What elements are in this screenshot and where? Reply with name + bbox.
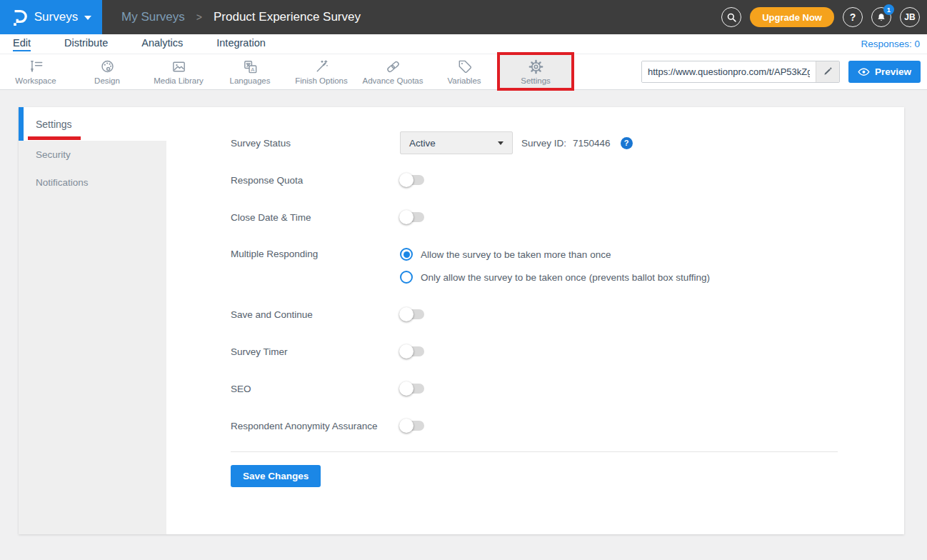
nav-items: Edit Distribute Analytics Integration — [13, 37, 266, 51]
toolbar-item-finish-options[interactable]: Finish Options — [286, 54, 357, 89]
survey-id-label: Survey ID: — [521, 138, 566, 149]
toolbar-item-languages[interactable]: A Languages — [214, 54, 286, 89]
multiple-responding-row: Multiple Responding Allow the survey to … — [231, 243, 838, 289]
breadcrumb-separator: > — [196, 11, 202, 23]
survey-id-help-icon[interactable]: ? — [621, 137, 633, 149]
page-title: Product Experience Survey — [214, 10, 361, 24]
avatar[interactable]: JB — [900, 7, 920, 27]
tab-integration[interactable]: Integration — [216, 37, 266, 51]
radio-unselected-icon — [400, 271, 413, 284]
main-area: Settings Security Notifications Survey S… — [0, 90, 927, 534]
radio-option-label: Allow the survey to be taken more than o… — [421, 249, 611, 260]
upgrade-now-button[interactable]: Upgrade Now — [750, 7, 834, 27]
sidebar-item-label: Notifications — [36, 177, 89, 188]
survey-url-input[interactable] — [642, 61, 816, 82]
design-icon — [99, 59, 116, 75]
close-date-row: Close Date & Time — [231, 206, 838, 229]
variables-icon — [456, 59, 473, 75]
sidebar-item-security[interactable]: Security — [19, 141, 166, 169]
sidebar-item-notifications[interactable]: Notifications — [19, 169, 166, 196]
sidebar-item-label: Settings — [36, 119, 72, 130]
survey-status-value: Active — [409, 138, 436, 149]
multiple-responding-options: Allow the survey to be taken more than o… — [400, 243, 710, 289]
radio-option-once[interactable]: Only allow the survey to be taken once (… — [400, 266, 710, 289]
avatar-initials: JB — [904, 12, 915, 22]
toolbar-label: Advance Quotas — [362, 76, 423, 85]
pencil-icon — [822, 66, 833, 77]
question-mark-icon: ? — [850, 11, 856, 23]
toolbar-label: Languages — [230, 76, 271, 85]
response-quota-toggle[interactable] — [401, 175, 424, 185]
workspace-icon — [28, 59, 44, 75]
chevron-down-icon — [84, 16, 91, 20]
advance-quotas-icon — [385, 59, 401, 75]
product-name: Surveys — [34, 10, 78, 24]
survey-timer-label: Survey Timer — [231, 346, 400, 357]
eye-icon — [858, 67, 870, 77]
settings-card: Settings Security Notifications Survey S… — [19, 107, 904, 534]
toolbar-item-workspace[interactable]: Workspace — [0, 54, 71, 89]
survey-status-select[interactable]: Active — [400, 131, 513, 154]
toolbar-label: Design — [94, 76, 120, 85]
save-continue-row: Save and Continue — [231, 303, 838, 326]
breadcrumb: My Surveys > Product Experience Survey — [121, 10, 361, 24]
toolbar-label: Finish Options — [295, 76, 348, 85]
edit-url-button[interactable] — [816, 61, 839, 82]
sidebar-item-settings[interactable]: Settings — [19, 107, 166, 141]
multiple-responding-label: Multiple Responding — [231, 243, 400, 266]
survey-url-group — [641, 61, 840, 83]
response-quota-label: Response Quota — [231, 175, 400, 186]
product-switcher[interactable]: Surveys — [0, 0, 102, 34]
content-divider — [231, 451, 838, 452]
save-continue-toggle[interactable] — [401, 309, 424, 319]
notification-count-badge: 1 — [883, 4, 894, 15]
finish-options-icon — [314, 59, 330, 75]
seo-toggle[interactable] — [401, 384, 424, 394]
preview-label: Preview — [875, 66, 911, 77]
close-date-label: Close Date & Time — [231, 212, 400, 223]
search-icon — [726, 11, 738, 24]
close-date-toggle[interactable] — [401, 212, 424, 222]
radio-option-label: Only allow the survey to be taken once (… — [421, 272, 710, 283]
help-button[interactable]: ? — [843, 7, 863, 27]
anonymity-toggle[interactable] — [401, 421, 424, 431]
tab-edit[interactable]: Edit — [13, 37, 31, 51]
survey-id-value: 7150446 — [573, 138, 611, 149]
toolbar-item-design[interactable]: Design — [71, 54, 143, 89]
anonymity-label: Respondent Anonymity Assurance — [231, 421, 400, 431]
anonymity-row: Respondent Anonymity Assurance — [231, 414, 838, 437]
languages-icon: A — [242, 59, 259, 75]
settings-content: Survey Status Active Survey ID: 7150446 … — [166, 107, 904, 534]
toolbar-label: Media Library — [154, 76, 204, 85]
preview-button[interactable]: Preview — [848, 61, 921, 83]
save-continue-label: Save and Continue — [231, 309, 400, 320]
toolbar-label: Workspace — [15, 76, 56, 85]
settings-sidebar: Settings Security Notifications — [19, 107, 166, 534]
header-actions: Upgrade Now ? 1 JB — [721, 7, 927, 27]
toolbar-label: Settings — [521, 76, 551, 85]
responses-count[interactable]: Responses: 0 — [861, 39, 920, 49]
toolbar-item-variables[interactable]: Variables — [429, 54, 500, 89]
settings-active-underline — [28, 136, 81, 140]
tab-distribute[interactable]: Distribute — [64, 37, 108, 51]
breadcrumb-my-surveys[interactable]: My Surveys — [121, 10, 185, 24]
radio-option-multiple[interactable]: Allow the survey to be taken more than o… — [400, 243, 710, 266]
survey-status-label: Survey Status — [231, 138, 400, 149]
seo-row: SEO — [231, 377, 838, 400]
toolbar-item-settings[interactable]: Settings — [500, 54, 571, 89]
toolbar-item-advance-quotas[interactable]: Advance Quotas — [357, 54, 429, 89]
toolbar-item-media-library[interactable]: Media Library — [143, 54, 214, 89]
settings-gear-icon — [528, 59, 544, 75]
chevron-down-icon — [498, 141, 503, 145]
save-changes-button[interactable]: Save Changes — [231, 465, 321, 487]
edit-toolbar: Workspace Design Media Library A Languag — [0, 54, 927, 90]
sidebar-item-label: Security — [36, 149, 71, 160]
survey-nav: Edit Distribute Analytics Integration Re… — [0, 34, 927, 54]
media-library-icon — [171, 59, 187, 75]
toolbar-label: Variables — [447, 76, 481, 85]
survey-timer-toggle[interactable] — [401, 346, 424, 356]
response-quota-row: Response Quota — [231, 169, 838, 191]
notifications-button[interactable]: 1 — [871, 7, 891, 27]
search-button[interactable] — [721, 7, 741, 27]
tab-analytics[interactable]: Analytics — [141, 37, 183, 51]
